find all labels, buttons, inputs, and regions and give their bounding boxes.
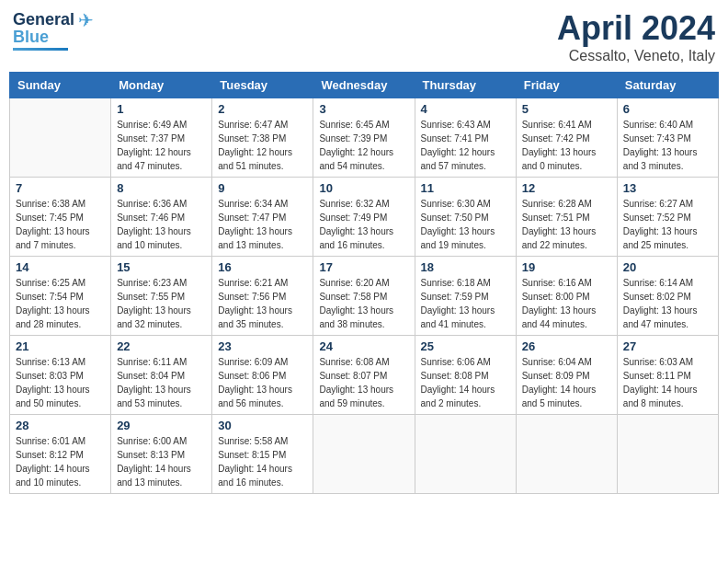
day-number: 26 — [522, 339, 611, 353]
day-number: 8 — [117, 181, 206, 195]
header-tuesday: Tuesday — [212, 73, 313, 98]
day-number: 15 — [117, 260, 206, 274]
table-row: 25 Sunrise: 6:06 AMSunset: 8:08 PMDaylig… — [415, 336, 516, 415]
table-row: 16 Sunrise: 6:21 AMSunset: 7:56 PMDaylig… — [212, 257, 313, 336]
day-info: Sunrise: 6:04 AMSunset: 8:09 PMDaylight:… — [522, 355, 611, 410]
day-info: Sunrise: 6:09 AMSunset: 8:06 PMDaylight:… — [218, 355, 307, 410]
table-row: 2 Sunrise: 6:47 AMSunset: 7:38 PMDayligh… — [212, 98, 313, 178]
day-info: Sunrise: 6:38 AMSunset: 7:45 PMDaylight:… — [16, 197, 105, 252]
day-info: Sunrise: 6:43 AMSunset: 7:41 PMDaylight:… — [421, 118, 510, 173]
day-number: 20 — [623, 260, 712, 274]
logo-bird-icon: ✈ — [78, 9, 94, 31]
calendar-week-row: 21 Sunrise: 6:13 AMSunset: 8:03 PMDaylig… — [10, 336, 719, 415]
table-row: 22 Sunrise: 6:11 AMSunset: 8:04 PMDaylig… — [111, 336, 212, 415]
table-row: 6 Sunrise: 6:40 AMSunset: 7:43 PMDayligh… — [617, 98, 718, 178]
table-row: 14 Sunrise: 6:25 AMSunset: 7:54 PMDaylig… — [10, 257, 111, 336]
day-info: Sunrise: 5:58 AMSunset: 8:15 PMDaylight:… — [218, 434, 307, 489]
logo-underline — [13, 48, 68, 51]
day-number: 4 — [421, 102, 510, 116]
table-row: 11 Sunrise: 6:30 AMSunset: 7:50 PMDaylig… — [415, 178, 516, 257]
logo-text: General — [13, 11, 74, 29]
day-info: Sunrise: 6:49 AMSunset: 7:37 PMDaylight:… — [117, 118, 206, 173]
header: General ✈ Blue April 2024 Cessalto, Vene… — [9, 9, 719, 64]
day-info: Sunrise: 6:21 AMSunset: 7:56 PMDaylight:… — [218, 276, 307, 331]
day-number: 23 — [218, 339, 307, 353]
day-number: 27 — [623, 339, 712, 353]
day-info: Sunrise: 6:45 AMSunset: 7:39 PMDaylight:… — [319, 118, 408, 173]
day-number: 6 — [623, 102, 712, 116]
day-info: Sunrise: 6:20 AMSunset: 7:58 PMDaylight:… — [319, 276, 408, 331]
day-number: 22 — [117, 339, 206, 353]
header-sunday: Sunday — [10, 73, 111, 98]
table-row: 3 Sunrise: 6:45 AMSunset: 7:39 PMDayligh… — [313, 98, 415, 178]
day-number: 3 — [319, 102, 408, 116]
day-info: Sunrise: 6:23 AMSunset: 7:55 PMDaylight:… — [117, 276, 206, 331]
table-row: 29 Sunrise: 6:00 AMSunset: 8:13 PMDaylig… — [111, 415, 212, 494]
day-number: 1 — [117, 102, 206, 116]
day-info: Sunrise: 6:03 AMSunset: 8:11 PMDaylight:… — [623, 355, 712, 410]
calendar-week-row: 7 Sunrise: 6:38 AMSunset: 7:45 PMDayligh… — [10, 178, 719, 257]
day-info: Sunrise: 6:41 AMSunset: 7:42 PMDaylight:… — [522, 118, 611, 173]
table-row: 19 Sunrise: 6:16 AMSunset: 8:00 PMDaylig… — [516, 257, 617, 336]
calendar-header-row: Sunday Monday Tuesday Wednesday Thursday… — [10, 73, 719, 98]
table-row: 15 Sunrise: 6:23 AMSunset: 7:55 PMDaylig… — [111, 257, 212, 336]
day-info: Sunrise: 6:01 AMSunset: 8:12 PMDaylight:… — [16, 434, 105, 489]
calendar-week-row: 28 Sunrise: 6:01 AMSunset: 8:12 PMDaylig… — [10, 415, 719, 494]
day-number: 24 — [319, 339, 408, 353]
calendar-week-row: 14 Sunrise: 6:25 AMSunset: 7:54 PMDaylig… — [10, 257, 719, 336]
table-row: 28 Sunrise: 6:01 AMSunset: 8:12 PMDaylig… — [10, 415, 111, 494]
header-wednesday: Wednesday — [313, 73, 415, 98]
header-saturday: Saturday — [617, 73, 718, 98]
day-number: 13 — [623, 181, 712, 195]
table-row: 21 Sunrise: 6:13 AMSunset: 8:03 PMDaylig… — [10, 336, 111, 415]
day-number: 29 — [117, 419, 206, 432]
table-row — [10, 98, 111, 178]
table-row: 17 Sunrise: 6:20 AMSunset: 7:58 PMDaylig… — [313, 257, 415, 336]
page-container: General ✈ Blue April 2024 Cessalto, Vene… — [9, 9, 719, 494]
table-row: 8 Sunrise: 6:36 AMSunset: 7:46 PMDayligh… — [111, 178, 212, 257]
table-row: 5 Sunrise: 6:41 AMSunset: 7:42 PMDayligh… — [516, 98, 617, 178]
day-info: Sunrise: 6:18 AMSunset: 7:59 PMDaylight:… — [421, 276, 510, 331]
logo-blue: Blue — [13, 28, 49, 47]
table-row — [313, 415, 415, 494]
day-info: Sunrise: 6:06 AMSunset: 8:08 PMDaylight:… — [421, 355, 510, 410]
table-row: 12 Sunrise: 6:28 AMSunset: 7:51 PMDaylig… — [516, 178, 617, 257]
day-info: Sunrise: 6:47 AMSunset: 7:38 PMDaylight:… — [218, 118, 307, 173]
header-friday: Friday — [516, 73, 617, 98]
day-info: Sunrise: 6:14 AMSunset: 8:02 PMDaylight:… — [623, 276, 712, 331]
table-row — [415, 415, 516, 494]
day-number: 12 — [522, 181, 611, 195]
table-row: 10 Sunrise: 6:32 AMSunset: 7:49 PMDaylig… — [313, 178, 415, 257]
table-row — [617, 415, 718, 494]
day-info: Sunrise: 6:13 AMSunset: 8:03 PMDaylight:… — [16, 355, 105, 410]
table-row: 26 Sunrise: 6:04 AMSunset: 8:09 PMDaylig… — [516, 336, 617, 415]
calendar-week-row: 1 Sunrise: 6:49 AMSunset: 7:37 PMDayligh… — [10, 98, 719, 178]
subtitle: Cessalto, Veneto, Italy — [557, 48, 715, 64]
day-info: Sunrise: 6:00 AMSunset: 8:13 PMDaylight:… — [117, 434, 206, 489]
day-number: 9 — [218, 181, 307, 195]
day-number: 18 — [421, 260, 510, 274]
day-number: 17 — [319, 260, 408, 274]
title-section: April 2024 Cessalto, Veneto, Italy — [557, 9, 715, 64]
day-info: Sunrise: 6:11 AMSunset: 8:04 PMDaylight:… — [117, 355, 206, 410]
day-info: Sunrise: 6:28 AMSunset: 7:51 PMDaylight:… — [522, 197, 611, 252]
calendar: Sunday Monday Tuesday Wednesday Thursday… — [9, 72, 719, 494]
day-number: 28 — [16, 419, 105, 432]
day-info: Sunrise: 6:25 AMSunset: 7:54 PMDaylight:… — [16, 276, 105, 331]
day-info: Sunrise: 6:08 AMSunset: 8:07 PMDaylight:… — [319, 355, 408, 410]
logo: General ✈ Blue — [13, 9, 94, 51]
day-number: 19 — [522, 260, 611, 274]
table-row: 4 Sunrise: 6:43 AMSunset: 7:41 PMDayligh… — [415, 98, 516, 178]
day-number: 30 — [218, 419, 307, 432]
day-number: 21 — [16, 339, 105, 353]
day-info: Sunrise: 6:34 AMSunset: 7:47 PMDaylight:… — [218, 197, 307, 252]
day-number: 5 — [522, 102, 611, 116]
day-info: Sunrise: 6:30 AMSunset: 7:50 PMDaylight:… — [421, 197, 510, 252]
day-number: 16 — [218, 260, 307, 274]
table-row: 20 Sunrise: 6:14 AMSunset: 8:02 PMDaylig… — [617, 257, 718, 336]
day-info: Sunrise: 6:40 AMSunset: 7:43 PMDaylight:… — [623, 118, 712, 173]
table-row: 9 Sunrise: 6:34 AMSunset: 7:47 PMDayligh… — [212, 178, 313, 257]
day-number: 25 — [421, 339, 510, 353]
day-info: Sunrise: 6:32 AMSunset: 7:49 PMDaylight:… — [319, 197, 408, 252]
day-info: Sunrise: 6:36 AMSunset: 7:46 PMDaylight:… — [117, 197, 206, 252]
